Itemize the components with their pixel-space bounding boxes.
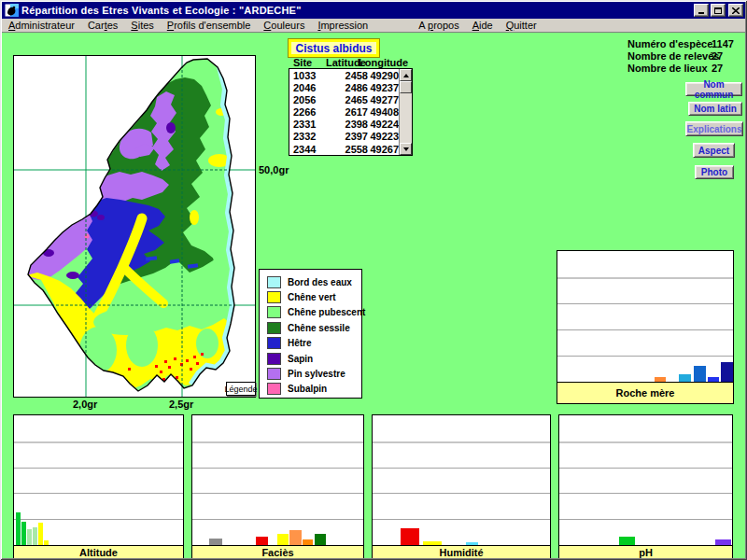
facies-bar: [277, 534, 289, 545]
scrollbar-thumb[interactable]: [400, 81, 412, 93]
legend-swatch: [267, 291, 281, 303]
menu-item-administrateur[interactable]: Administrateur: [2, 20, 81, 31]
table-row[interactable]: 2344255849267: [289, 144, 399, 155]
table-row[interactable]: 2046248649237: [289, 82, 399, 94]
humidite-bar: [466, 542, 478, 545]
legend-label: Chêne sessile: [288, 323, 350, 333]
menu-item-profils-d-ensemble[interactable]: Profils d'ensemble: [161, 20, 258, 31]
roche_mere-bar: [679, 374, 691, 382]
chart-label-ph: pH: [559, 545, 732, 558]
ardeche-vegetation-map[interactable]: [14, 56, 255, 397]
facies-bar: [303, 539, 313, 545]
nom-commun-button[interactable]: Nom commun: [685, 82, 742, 96]
altitude-bar: [16, 512, 21, 545]
legend-swatch: [267, 322, 281, 334]
explications-button[interactable]: Explications: [685, 121, 743, 136]
legend-item: Bord des eaux: [260, 274, 361, 289]
app-icon: [5, 4, 19, 17]
minimize-icon[interactable]: [694, 4, 709, 17]
legende-button[interactable]: Légende: [226, 382, 256, 396]
chart-label-altitude: Altitude: [14, 545, 183, 558]
legend-swatch: [267, 353, 281, 365]
chart-panel-altitude: Altitude: [13, 414, 184, 559]
table-row[interactable]: 2266261749408: [289, 106, 399, 119]
ph-bar: [619, 537, 635, 545]
legend-label: Subalpin: [288, 384, 327, 394]
humidite-bar: [401, 528, 419, 545]
altitude-bar: [27, 529, 32, 545]
map-legend: Bord des eauxChêne vertChêne pubescentCh…: [259, 269, 362, 399]
roche_mere-bar: [694, 366, 706, 382]
table-row[interactable]: 2332239749223: [289, 131, 399, 143]
maximize-icon[interactable]: [711, 4, 726, 17]
info-label-espece: Numéro d'espèce: [627, 38, 712, 49]
altitude-bar: [38, 523, 43, 545]
roche_mere-bar: [708, 377, 719, 382]
y-axis-tick: 50,0gr: [259, 164, 289, 175]
chart-panel-humidite: Humidité: [372, 414, 551, 559]
col-header-longitude: Longitude: [359, 57, 408, 68]
menu-item-couleurs[interactable]: Couleurs: [257, 20, 311, 31]
col-header-site: Site: [293, 57, 312, 68]
scroll-down-icon[interactable]: [400, 143, 412, 155]
altitude-bar: [21, 522, 26, 545]
scroll-up-icon[interactable]: [400, 69, 412, 81]
table-scrollbar[interactable]: [399, 69, 412, 155]
aspect-button[interactable]: Aspect: [693, 143, 735, 158]
menu-item-cartes[interactable]: Cartes: [81, 20, 124, 31]
legend-swatch: [267, 276, 281, 288]
menu-item-a-propos[interactable]: A propos: [412, 20, 465, 31]
menu-item-sites[interactable]: Sites: [124, 20, 160, 31]
humidite-bar: [423, 541, 442, 545]
title-bar: Répartition des Etres Vivants et Ecologi…: [2, 2, 745, 19]
chart-area-humidite: [373, 415, 550, 545]
legend-swatch: [267, 306, 281, 318]
ph-bar: [715, 539, 731, 545]
menu-item-impression[interactable]: Impression: [311, 20, 374, 31]
species-name-box: Cistus albidus: [289, 39, 379, 57]
legend-label: Chêne pubescent: [288, 307, 365, 317]
menu-item-quitter[interactable]: Quitter: [500, 20, 543, 31]
altitude-bar: [33, 527, 37, 545]
legend-item: Chêne pubescent: [260, 305, 361, 320]
nom-latin-button[interactable]: Nom latin: [688, 102, 742, 116]
facies-bar: [315, 534, 326, 545]
chart-area-roche-mere: [557, 251, 733, 382]
legend-item: Sapin: [260, 351, 361, 366]
scrollbar-track[interactable]: [400, 93, 412, 143]
table-row[interactable]: 1033245849290: [289, 70, 399, 82]
legend-item: Chêne sessile: [260, 320, 361, 335]
chart-panel-roche-mere: Roche mère: [557, 250, 734, 404]
legend-swatch: [267, 337, 281, 349]
menu-item-aide[interactable]: Aide: [466, 20, 500, 31]
legend-label: Chêne vert: [288, 292, 336, 302]
table-row[interactable]: 2056246549277: [289, 94, 399, 106]
menu-bar: AdministrateurCartesSitesProfils d'ensem…: [2, 19, 745, 33]
info-value-lieux: 27: [712, 63, 723, 74]
chart-area-ph: [559, 415, 732, 545]
sites-table: 1033245849290204624864923720562465492772…: [289, 68, 413, 156]
altitude-bar: [44, 540, 49, 545]
facies-bar: [256, 537, 268, 545]
map-panel: Légende: [13, 55, 256, 398]
roche_mere-bar: [655, 377, 666, 382]
legend-label: Bord des eaux: [288, 277, 352, 287]
chart-label-roche-mere: Roche mère: [557, 382, 733, 403]
facies-bar: [209, 539, 222, 545]
info-value-releves: 27: [712, 50, 723, 62]
legend-item: Chêne vert: [260, 289, 361, 304]
chart-label-humidite: Humidité: [373, 545, 550, 558]
legend-item: Pin sylvestre: [260, 366, 361, 381]
window-title: Répartition des Etres Vivants et Ecologi…: [21, 5, 694, 16]
chart-panel-facies: Faciès: [191, 414, 364, 559]
chart-area-facies: [192, 415, 363, 545]
x-axis-tick-2: 2,5gr: [169, 399, 193, 410]
legend-label: Sapin: [288, 354, 313, 364]
roche_mere-bar: [721, 362, 733, 382]
info-value-espece: 1147: [712, 38, 734, 49]
table-row[interactable]: 2331239849224: [289, 119, 399, 131]
facies-bar: [289, 530, 302, 545]
photo-button[interactable]: Photo: [695, 165, 734, 179]
species-info: Numéro d'espèce1147 Nombre de relevés27 …: [627, 38, 745, 75]
close-icon[interactable]: [728, 4, 743, 17]
